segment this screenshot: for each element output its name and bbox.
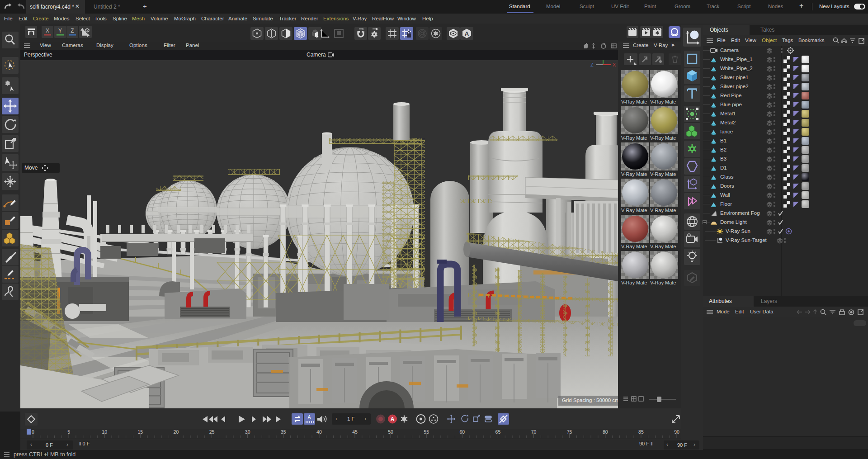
svg-text:25: 25 — [209, 429, 215, 435]
svg-text:A: A — [465, 30, 469, 37]
svg-text:Z: Z — [590, 62, 594, 67]
svg-text:35: 35 — [281, 429, 286, 435]
svg-text:55: 55 — [424, 429, 429, 435]
svg-text:65: 65 — [495, 429, 501, 435]
svg-text:75: 75 — [567, 429, 572, 435]
svg-text:70: 70 — [531, 429, 537, 435]
svg-text:30: 30 — [245, 429, 250, 435]
svg-text:40: 40 — [316, 429, 322, 435]
svg-text:5: 5 — [67, 429, 70, 435]
svg-text:45: 45 — [352, 429, 358, 435]
svg-text:20: 20 — [174, 429, 179, 435]
svg-text:A: A — [391, 416, 395, 422]
svg-text:15: 15 — [137, 429, 143, 435]
svg-text:0: 0 — [32, 429, 34, 435]
svg-text:60: 60 — [459, 429, 465, 435]
svg-text:X: X — [613, 62, 616, 67]
svg-text:50: 50 — [388, 429, 393, 435]
svg-text:85: 85 — [638, 429, 644, 435]
svg-text:Y: Y — [58, 28, 62, 34]
svg-text:Z: Z — [71, 28, 74, 34]
svg-text:X: X — [46, 28, 49, 34]
svg-text:90: 90 — [674, 429, 679, 435]
svg-text:80: 80 — [603, 429, 608, 435]
svg-text:10: 10 — [102, 429, 107, 435]
svg-text:A: A — [308, 415, 311, 420]
